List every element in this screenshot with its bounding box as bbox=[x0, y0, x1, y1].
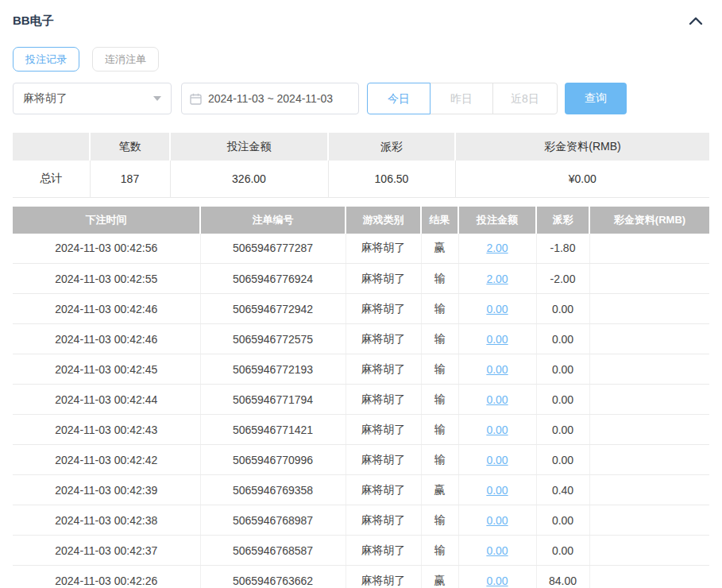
game-category-cell: 麻将胡了 bbox=[346, 234, 421, 264]
bet-amount-link[interactable]: 0.00 bbox=[486, 514, 508, 527]
payout-cell: 0.00 bbox=[536, 505, 589, 536]
tab-bet-records[interactable]: 投注记录 bbox=[13, 47, 79, 72]
game-category-cell: 麻将胡了 bbox=[346, 264, 421, 294]
bet-amount-cell: 0.00 bbox=[458, 324, 536, 354]
order-number-cell: 5065946776924 bbox=[200, 264, 346, 294]
payout-cell: 0.00 bbox=[536, 354, 589, 385]
filter-bar: 麻将胡了 2024-11-03 ~ 2024-11-03 今日 昨日 近8日 查… bbox=[13, 83, 709, 114]
jackpot-cell bbox=[589, 354, 709, 385]
result-cell: 输 bbox=[421, 445, 458, 475]
bet-time-cell: 2024-11-03 00:42:56 bbox=[13, 234, 200, 264]
order-number-cell: 5065946772575 bbox=[200, 324, 346, 354]
jackpot-cell bbox=[589, 566, 709, 588]
game-category-cell: 麻将胡了 bbox=[346, 354, 421, 385]
bet-amount-cell: 0.00 bbox=[458, 505, 536, 536]
result-cell: 赢 bbox=[421, 566, 458, 588]
game-category-cell: 麻将胡了 bbox=[346, 566, 421, 588]
bet-amount-link[interactable]: 0.00 bbox=[486, 303, 508, 315]
game-category-cell: 麻将胡了 bbox=[346, 536, 421, 566]
payout-cell: 0.40 bbox=[536, 475, 589, 505]
last-8-days-button[interactable]: 近8日 bbox=[492, 83, 558, 114]
result-cell: 输 bbox=[421, 536, 458, 566]
bet-amount-cell: 0.00 bbox=[458, 294, 536, 324]
bet-amount-link[interactable]: 0.00 bbox=[486, 454, 508, 466]
header-result: 结果 bbox=[421, 207, 458, 234]
bet-amount-link[interactable]: 0.00 bbox=[486, 484, 508, 497]
chevron-down-icon bbox=[153, 96, 161, 101]
bet-amount-link[interactable]: 2.00 bbox=[486, 273, 508, 285]
summary-total-payout: 106.50 bbox=[328, 161, 455, 197]
bet-amount-link[interactable]: 0.00 bbox=[486, 424, 508, 436]
game-category-cell: 麻将胡了 bbox=[346, 294, 421, 324]
jackpot-cell bbox=[589, 324, 709, 354]
game-category-cell: 麻将胡了 bbox=[346, 505, 421, 536]
tab-cascade-orders[interactable]: 连消注单 bbox=[92, 47, 159, 72]
table-row: 2024-11-03 00:42:465065946772942麻将胡了输0.0… bbox=[13, 294, 709, 324]
panel-header: BB电子 bbox=[13, 0, 709, 29]
table-row: 2024-11-03 00:42:385065946768987麻将胡了输0.0… bbox=[13, 505, 709, 536]
bet-time-cell: 2024-11-03 00:42:55 bbox=[13, 264, 200, 294]
bet-time-cell: 2024-11-03 00:42:39 bbox=[13, 475, 200, 505]
header-bet-amount: 投注金额 bbox=[458, 207, 536, 234]
payout-cell: 0.00 bbox=[536, 415, 589, 445]
summary-total-jackpot: ¥0.00 bbox=[455, 161, 709, 197]
summary-header-bet-amount: 投注金额 bbox=[170, 133, 328, 161]
summary-total-row: 总计 187 326.00 106.50 ¥0.00 bbox=[13, 161, 709, 197]
order-number-cell: 5065946768987 bbox=[200, 505, 346, 536]
result-cell: 输 bbox=[421, 264, 458, 294]
header-order-number: 注单编号 bbox=[200, 207, 346, 234]
collapse-chevron-up-icon[interactable] bbox=[687, 12, 705, 29]
game-category-cell: 麻将胡了 bbox=[346, 475, 421, 505]
bet-amount-cell: 0.00 bbox=[458, 536, 536, 566]
header-bet-time: 下注时间 bbox=[13, 207, 200, 234]
records-header-row: 下注时间 注单编号 游戏类别 结果 投注金额 派彩 彩金资料(RMB) bbox=[13, 207, 709, 234]
jackpot-cell bbox=[589, 475, 709, 505]
bet-amount-cell: 0.00 bbox=[458, 445, 536, 475]
game-category-cell: 麻将胡了 bbox=[346, 385, 421, 415]
game-select[interactable]: 麻将胡了 bbox=[13, 83, 172, 114]
bet-records-table: 下注时间 注单编号 游戏类别 结果 投注金额 派彩 彩金资料(RMB) 2024… bbox=[13, 207, 709, 588]
bet-amount-link[interactable]: 0.00 bbox=[486, 544, 508, 557]
order-number-cell: 5065946763662 bbox=[200, 566, 346, 588]
jackpot-cell bbox=[589, 385, 709, 415]
result-cell: 输 bbox=[421, 505, 458, 536]
bet-records-panel: BB电子 投注记录 连消注单 麻将胡了 2024-11-03 ~ 2024-11… bbox=[0, 0, 722, 588]
table-row: 2024-11-03 00:42:425065946770996麻将胡了输0.0… bbox=[13, 445, 709, 475]
payout-cell: 0.00 bbox=[536, 385, 589, 415]
payout-cell: -2.00 bbox=[536, 264, 589, 294]
bet-amount-link[interactable]: 2.00 bbox=[486, 242, 508, 254]
summary-header-jackpot: 彩金资料(RMB) bbox=[455, 133, 709, 161]
game-category-cell: 麻将胡了 bbox=[346, 324, 421, 354]
bet-time-cell: 2024-11-03 00:42:38 bbox=[13, 505, 200, 536]
order-number-cell: 5065946772942 bbox=[200, 294, 346, 324]
game-category-cell: 麻将胡了 bbox=[346, 445, 421, 475]
bet-amount-link[interactable]: 0.00 bbox=[486, 574, 508, 587]
calendar-icon bbox=[190, 93, 202, 105]
date-range-value: 2024-11-03 ~ 2024-11-03 bbox=[208, 92, 333, 105]
table-row: 2024-11-03 00:42:435065946771421麻将胡了输0.0… bbox=[13, 415, 709, 445]
today-button[interactable]: 今日 bbox=[367, 83, 430, 114]
payout-cell: 0.00 bbox=[536, 294, 589, 324]
table-row: 2024-11-03 00:42:565065946777287麻将胡了赢2.0… bbox=[13, 234, 709, 264]
summary-table: 笔数 投注金额 派彩 彩金资料(RMB) 总计 187 326.00 106.5… bbox=[13, 133, 709, 198]
jackpot-cell bbox=[589, 505, 709, 536]
bet-amount-link[interactable]: 0.00 bbox=[486, 363, 508, 376]
date-range-input[interactable]: 2024-11-03 ~ 2024-11-03 bbox=[181, 83, 359, 114]
order-number-cell: 5065946771794 bbox=[200, 385, 346, 415]
jackpot-cell bbox=[589, 445, 709, 475]
bet-amount-link[interactable]: 0.00 bbox=[486, 333, 508, 346]
query-button[interactable]: 查询 bbox=[565, 83, 627, 114]
result-cell: 输 bbox=[421, 385, 458, 415]
bet-time-cell: 2024-11-03 00:42:37 bbox=[13, 536, 200, 566]
bet-amount-link[interactable]: 0.00 bbox=[486, 393, 508, 406]
bet-amount-cell: 0.00 bbox=[458, 385, 536, 415]
summary-total-bet-amount: 326.00 bbox=[170, 161, 328, 197]
bet-amount-cell: 0.00 bbox=[458, 475, 536, 505]
bet-amount-cell: 0.00 bbox=[458, 566, 536, 588]
payout-cell: 0.00 bbox=[536, 324, 589, 354]
bet-time-cell: 2024-11-03 00:42:46 bbox=[13, 324, 200, 354]
result-cell: 输 bbox=[421, 324, 458, 354]
bet-amount-cell: 2.00 bbox=[458, 264, 536, 294]
yesterday-button[interactable]: 昨日 bbox=[430, 83, 493, 114]
order-number-cell: 5065946770996 bbox=[200, 445, 346, 475]
